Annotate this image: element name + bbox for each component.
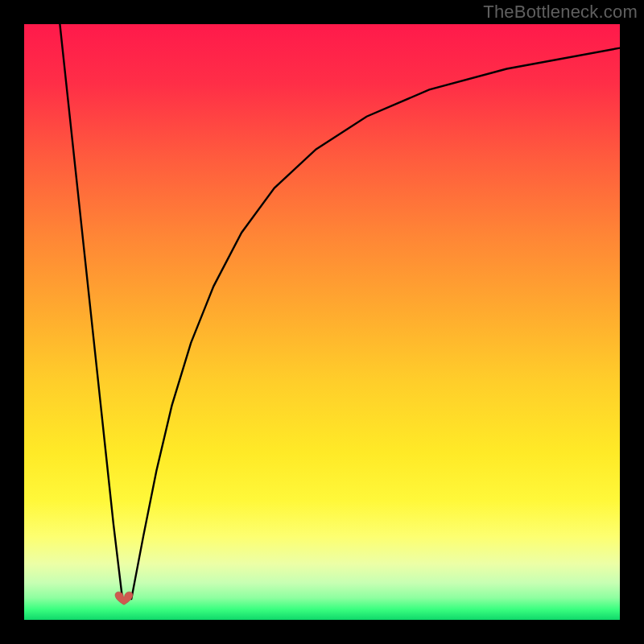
watermark-text: TheBottleneck.com: [483, 2, 638, 23]
bottleneck-curve: [24, 24, 620, 620]
curve-right-branch: [131, 48, 620, 600]
heart-icon: [112, 588, 136, 606]
plot-area: [24, 24, 620, 620]
curve-left-branch: [60, 24, 122, 599]
chart-frame: TheBottleneck.com: [0, 0, 644, 644]
